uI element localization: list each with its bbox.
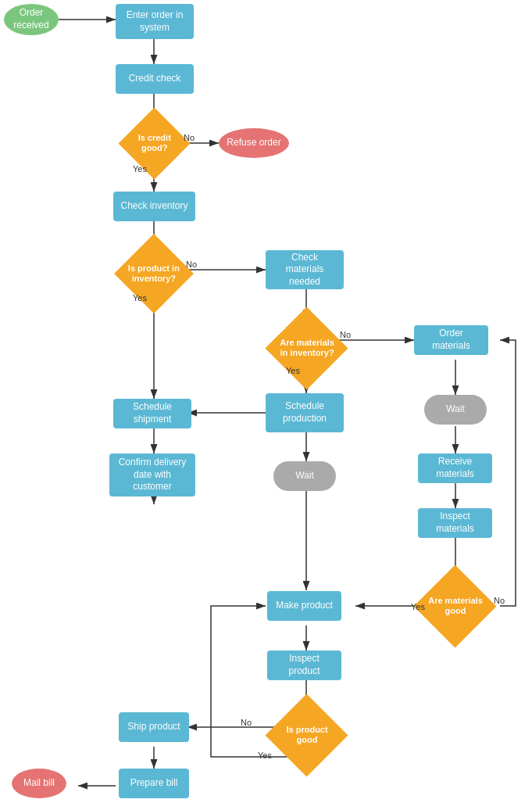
enter-order-node: Enter order in system — [116, 4, 194, 39]
ship-product-node: Ship product — [119, 712, 189, 742]
wait1-node: Wait — [424, 395, 487, 425]
check-inventory-node: Check inventory — [113, 192, 195, 221]
are-materials-inventory-node: Are materials in inventory? — [271, 313, 341, 383]
is-credit-good-node: Is credit good? — [123, 112, 185, 174]
confirm-delivery-node: Confirm delivery date with customer — [109, 453, 195, 496]
inspect-product-node: Inspect product — [267, 651, 341, 680]
wait2-node: Wait — [273, 461, 336, 491]
order-materials-node: Order materials — [414, 325, 488, 355]
materials-inv-yes-label: Yes — [286, 366, 300, 375]
product-inv-no-label: No — [186, 260, 197, 269]
are-materials-good-node: Are materials good — [420, 571, 490, 641]
materials-good-no-label: No — [494, 596, 505, 605]
product-inv-yes-label: Yes — [133, 293, 147, 303]
schedule-production-node: Schedule production — [266, 393, 344, 432]
schedule-shipment-node: Schedule shipment — [113, 399, 191, 428]
materials-good-yes-label: Yes — [411, 602, 425, 611]
prepare-bill-node: Prepare bill — [119, 769, 189, 798]
product-good-no-label: No — [241, 718, 252, 727]
make-product-node: Make product — [267, 591, 341, 621]
product-good-yes-label: Yes — [258, 751, 272, 760]
credit-check-node: Credit check — [116, 64, 194, 94]
inspect-materials-node: Inspect materials — [418, 508, 492, 538]
credit-no-label: No — [184, 133, 195, 142]
flowchart: Order received Enter order in system Cre… — [0, 0, 532, 810]
credit-yes-label: Yes — [133, 164, 147, 174]
is-product-good-node: Is product good — [271, 700, 341, 770]
is-product-inventory-node: Is product in inventory? — [119, 238, 189, 309]
check-materials-node: Check materials needed — [266, 250, 344, 289]
materials-inv-no-label: No — [340, 330, 351, 339]
order-received-node: Order received — [4, 4, 59, 35]
mail-bill-node: Mail bill — [12, 769, 66, 798]
receive-materials-node: Receive materials — [418, 453, 492, 483]
refuse-order-node: Refuse order — [219, 128, 289, 158]
